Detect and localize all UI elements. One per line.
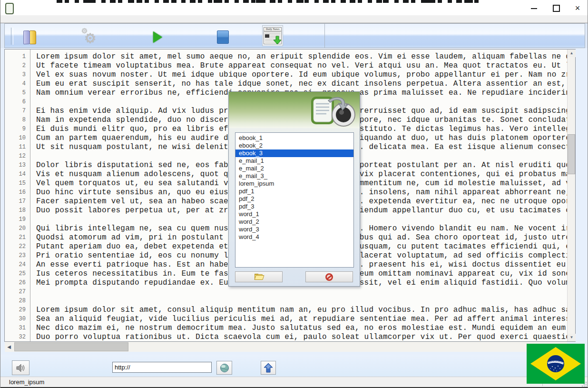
menu-strip <box>0 15 588 23</box>
settings-button[interactable]: ⚙ ⚙ <box>78 28 98 47</box>
resize-grip-icon[interactable] <box>581 382 588 387</box>
status-text: lorem_ipsum <box>9 378 44 386</box>
line-number: 19 <box>5 215 30 224</box>
title-bar[interactable]: × <box>0 0 588 15</box>
line-number: 32 <box>5 333 30 342</box>
line-number: 12 <box>5 152 30 161</box>
line-number: 29 <box>5 306 30 315</box>
url-input[interactable] <box>112 362 212 373</box>
close-button[interactable]: × <box>570 4 585 12</box>
play-button[interactable] <box>147 28 168 47</box>
vertical-scrollbar-thumb[interactable] <box>568 134 575 174</box>
newspaper-icon: Daily News <box>264 27 282 44</box>
maximize-icon <box>553 5 560 12</box>
editor-line[interactable]: Sea an aliquid feugiat, vide lucilius pe… <box>36 315 571 324</box>
editor-line[interactable]: Vel ex suas novum noster. Ut mei idque u… <box>36 70 571 80</box>
editor-line[interactable]: Lorem ipsum dolor sit amet, consul aliqu… <box>36 306 571 315</box>
line-number: 5 <box>5 89 30 98</box>
file-list-item[interactable]: e_mail_3_ <box>235 172 353 180</box>
globe-icon <box>220 363 229 373</box>
horizontal-scrollbar-thumb[interactable] <box>14 342 128 351</box>
line-number: 13 <box>5 161 30 170</box>
line-number: 7 <box>5 107 30 116</box>
toolbar-panel-right <box>324 23 585 48</box>
play-icon <box>153 31 162 43</box>
minimize-icon <box>531 8 537 9</box>
file-list-item[interactable]: word_1 <box>235 210 353 218</box>
line-number: 23 <box>5 251 30 260</box>
file-list-item[interactable]: pdf_1 <box>235 188 353 195</box>
speaker-button[interactable] <box>12 360 29 375</box>
editor-line[interactable]: Lorem ipsum dolor sit amet, mel sumo aeq… <box>36 52 571 61</box>
scroll-left-arrow[interactable]: ◀ <box>5 342 13 352</box>
editor-line[interactable]: Duo porro voluptua rationibus ut. Dicta … <box>36 333 571 341</box>
app-icon <box>5 3 14 14</box>
line-number: 25 <box>5 269 30 279</box>
toolbar: ⚙ ⚙ Daily News <box>0 23 588 49</box>
editor-line[interactable]: Ut facete timeam voluptatibus mea. Brute… <box>36 61 571 70</box>
line-number: 2 <box>5 61 30 70</box>
file-list-item[interactable]: ebook_1 <box>235 134 353 142</box>
open-button[interactable] <box>235 271 283 282</box>
file-list-item[interactable]: ebook_2 <box>235 142 353 149</box>
status-bar: lorem_ipsum <box>0 377 588 388</box>
file-list-item[interactable]: pdf_2 <box>235 195 353 203</box>
newspaper-masthead: Daily News <box>264 28 281 31</box>
no-entry-icon <box>325 273 333 281</box>
scroll-down-arrow[interactable]: ▼ <box>568 334 576 341</box>
gear-icon: ⚙ <box>84 30 96 46</box>
editor-line[interactable]: Nec dico mazim ei, ne nostrum democritum… <box>36 324 571 333</box>
line-number: 4 <box>5 80 30 89</box>
file-list-item[interactable]: e_mail_2 <box>235 165 353 172</box>
cancel-button[interactable] <box>305 271 353 282</box>
line-number: 21 <box>5 233 30 242</box>
line-number: 31 <box>5 324 30 333</box>
library-button[interactable] <box>19 28 40 47</box>
file-list-item[interactable]: e_mail_1 <box>235 157 353 165</box>
bottom-toolbar <box>0 355 588 377</box>
brazil-flag <box>527 344 585 384</box>
maximize-button[interactable] <box>549 4 563 12</box>
file-list-item[interactable]: word_4 <box>235 233 353 241</box>
file-list[interactable]: ebook_1ebook_2ebook_3e_mail_1e_mail_2e_m… <box>235 132 354 268</box>
line-number: 28 <box>5 297 30 306</box>
scroll-up-arrow[interactable]: ▲ <box>568 50 576 57</box>
line-number: 22 <box>5 242 30 251</box>
line-number: 20 <box>5 224 30 233</box>
daily-news-icon: Daily News <box>262 25 283 46</box>
download-arrow-icon <box>273 36 282 45</box>
editor-line[interactable] <box>36 297 571 306</box>
line-number: 11 <box>5 143 30 152</box>
file-list-item[interactable]: ebook_3 <box>235 149 353 157</box>
minimize-button[interactable] <box>527 4 541 12</box>
gutter: 1234567891011121314151617181920212223242… <box>5 50 30 341</box>
speaker-icon <box>16 363 26 373</box>
globe-button[interactable] <box>216 361 232 375</box>
line-number: 3 <box>5 70 30 80</box>
file-list-item[interactable]: word_2 <box>235 218 353 226</box>
stop-icon <box>217 30 229 44</box>
line-number: 6 <box>5 98 30 107</box>
line-number: 24 <box>5 260 30 269</box>
file-select-dialog: ebook_1ebook_2ebook_3e_mail_1e_mail_2e_m… <box>228 91 360 287</box>
line-number: 8 <box>5 116 30 125</box>
editor-line[interactable]: Eum eu erat suscipit senserit, no has ta… <box>36 80 571 89</box>
book-icon <box>23 30 30 44</box>
horizontal-scrollbar[interactable]: ◀ <box>5 342 567 352</box>
window-title-clipped <box>57 0 480 3</box>
file-list-item[interactable]: word_3 <box>235 226 353 233</box>
line-number: 15 <box>5 179 30 188</box>
daily-news-button[interactable]: Daily News <box>262 26 283 45</box>
book-icon <box>29 30 36 44</box>
line-number: 16 <box>5 188 30 197</box>
editor-line[interactable] <box>36 288 571 297</box>
newspaper-photo <box>265 34 269 38</box>
line-number: 30 <box>5 315 30 324</box>
file-list-item[interactable]: pdf_3 <box>235 203 353 210</box>
stop-button[interactable] <box>212 28 233 47</box>
toolbar-grip[interactable] <box>11 28 13 45</box>
file-list-item[interactable]: lorem_ipsum <box>235 180 353 188</box>
upload-button[interactable] <box>261 361 276 375</box>
vertical-scrollbar[interactable]: ▲ ▼ <box>567 50 575 341</box>
dialog-header <box>229 92 360 128</box>
